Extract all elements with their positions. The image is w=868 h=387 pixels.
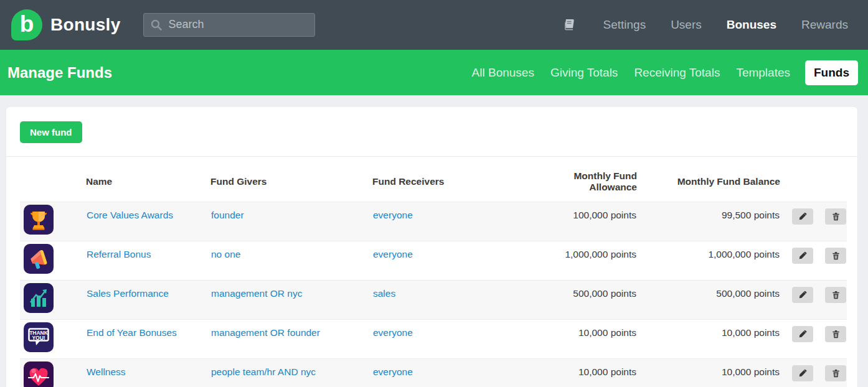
fund-givers-link[interactable]: founder bbox=[211, 210, 244, 220]
search-container bbox=[143, 13, 315, 37]
fund-receivers-link[interactable]: everyone bbox=[373, 210, 413, 220]
svg-text:YOU!: YOU! bbox=[32, 335, 45, 341]
funds-table: Name Fund Givers Fund Receivers Monthly … bbox=[20, 157, 847, 387]
funds-table-body: Core Values Awards founder everyone 100,… bbox=[20, 202, 847, 387]
fund-givers-link[interactable]: management OR founder bbox=[211, 327, 320, 338]
fund-name-link[interactable]: End of Year Bonuses bbox=[87, 327, 177, 338]
fund-allowance-value: 10,000 points bbox=[528, 359, 637, 387]
table-row: Referral Bonus no one everyone 1,000,000… bbox=[20, 241, 847, 281]
trash-icon bbox=[832, 330, 840, 338]
trash-icon bbox=[832, 212, 840, 221]
fund-givers-link[interactable]: management OR nyc bbox=[211, 288, 302, 299]
trash-icon bbox=[832, 369, 840, 378]
edit-fund-button[interactable] bbox=[792, 287, 813, 303]
edit-fund-button[interactable] bbox=[792, 326, 813, 342]
brand-name: Bonusly bbox=[50, 15, 121, 35]
fund-receivers-link[interactable]: everyone bbox=[373, 366, 413, 377]
top-nav-links: Settings Users Bonuses Rewards bbox=[562, 17, 868, 32]
fund-name-link[interactable]: Wellness bbox=[87, 366, 126, 377]
edit-fund-button[interactable] bbox=[792, 365, 813, 381]
tab-all-bonuses[interactable]: All Bonuses bbox=[471, 60, 535, 85]
fund-receivers-link[interactable]: everyone bbox=[373, 327, 413, 338]
tab-giving-totals[interactable]: Giving Totals bbox=[549, 60, 619, 85]
table-row: Sales Performance management OR nyc sale… bbox=[20, 281, 847, 320]
bonusly-logo-icon: b bbox=[11, 9, 42, 40]
subnav-bar: Manage Funds All Bonuses Giving Totals R… bbox=[0, 50, 868, 95]
edit-fund-button[interactable] bbox=[792, 248, 813, 264]
pencil-icon bbox=[798, 251, 807, 260]
fund-balance-value: 10,000 points bbox=[637, 320, 780, 359]
pencil-icon bbox=[798, 330, 807, 338]
delete-fund-button[interactable] bbox=[825, 326, 846, 342]
card-header: New fund bbox=[6, 107, 857, 157]
pencil-icon bbox=[798, 369, 807, 378]
header-icon-spacer bbox=[20, 157, 86, 202]
edit-fund-button[interactable] bbox=[792, 208, 813, 225]
fund-receivers-link[interactable]: sales bbox=[373, 288, 395, 299]
trash-icon bbox=[832, 251, 840, 260]
search-input[interactable] bbox=[143, 13, 315, 37]
fund-receivers-link[interactable]: everyone bbox=[373, 249, 413, 259]
header-fund-receivers: Fund Receivers bbox=[372, 157, 528, 202]
nav-item-rewards[interactable]: Rewards bbox=[801, 18, 848, 32]
tab-templates[interactable]: Templates bbox=[735, 60, 791, 85]
nav-item-users[interactable]: Users bbox=[671, 18, 702, 32]
header-actions-spacer bbox=[780, 157, 847, 202]
megaphone-icon bbox=[24, 244, 54, 274]
pencil-icon bbox=[798, 291, 807, 299]
bar-chart-icon bbox=[24, 283, 54, 313]
fund-allowance-value: 1,000,000 points bbox=[528, 241, 637, 281]
thank-you-icon: THANK YOU! bbox=[24, 322, 54, 352]
pencil-icon bbox=[798, 212, 807, 221]
header-fund-givers: Fund Givers bbox=[210, 157, 372, 202]
fund-balance-value: 1,000,000 points bbox=[637, 241, 780, 281]
fund-balance-value: 500,000 points bbox=[637, 281, 780, 320]
fund-allowance-value: 500,000 points bbox=[528, 281, 637, 320]
fund-balance-value: 10,000 points bbox=[637, 359, 780, 387]
table-row: Wellness people team/hr AND nyc everyone… bbox=[20, 359, 847, 387]
bonusly-logo[interactable]: b Bonusly bbox=[0, 9, 121, 40]
delete-fund-button[interactable] bbox=[825, 287, 846, 303]
table-row: THANK YOU! End of Year Bonuses managemen… bbox=[20, 320, 847, 359]
header-monthly-fund-balance: Monthly Fund Balance bbox=[637, 157, 780, 202]
header-monthly-fund-allowance: Monthly Fund Allowance bbox=[528, 157, 637, 202]
table-header-row: Name Fund Givers Fund Receivers Monthly … bbox=[20, 157, 847, 202]
nav-item-bonuses[interactable]: Bonuses bbox=[727, 18, 776, 32]
logo-letter: b bbox=[20, 12, 34, 35]
top-navbar: b Bonusly Settings Users Bonuses Rewards bbox=[0, 0, 868, 50]
fund-balance-value: 99,500 points bbox=[637, 202, 780, 241]
trash-icon bbox=[832, 291, 840, 299]
tab-funds[interactable]: Funds bbox=[805, 60, 858, 85]
heartbeat-icon bbox=[24, 361, 54, 387]
table-row: Core Values Awards founder everyone 100,… bbox=[20, 202, 847, 241]
fund-allowance-value: 10,000 points bbox=[528, 320, 637, 359]
bonuses-tabs: All Bonuses Giving Totals Receiving Tota… bbox=[457, 60, 858, 85]
trophy-icon bbox=[24, 205, 54, 235]
delete-fund-button[interactable] bbox=[825, 248, 846, 264]
nav-item-settings[interactable]: Settings bbox=[603, 18, 646, 32]
delete-fund-button[interactable] bbox=[825, 365, 846, 381]
fund-allowance-value: 100,000 points bbox=[528, 202, 637, 241]
fund-givers-link[interactable]: no one bbox=[211, 249, 240, 259]
header-name: Name bbox=[86, 157, 210, 202]
book-icon[interactable] bbox=[562, 17, 575, 32]
tab-receiving-totals[interactable]: Receiving Totals bbox=[633, 60, 721, 85]
fund-name-link[interactable]: Sales Performance bbox=[87, 288, 169, 299]
fund-givers-link[interactable]: people team/hr AND nyc bbox=[211, 366, 316, 377]
funds-table-container: Name Fund Givers Fund Receivers Monthly … bbox=[6, 157, 857, 387]
delete-fund-button[interactable] bbox=[825, 208, 846, 225]
search-icon bbox=[150, 19, 163, 34]
page-title: Manage Funds bbox=[7, 64, 112, 82]
funds-card: New fund Name Fund Givers Fund Receivers… bbox=[6, 107, 857, 387]
fund-name-link[interactable]: Referral Bonus bbox=[87, 249, 151, 259]
fund-name-link[interactable]: Core Values Awards bbox=[87, 210, 173, 220]
new-fund-button[interactable]: New fund bbox=[20, 121, 82, 143]
